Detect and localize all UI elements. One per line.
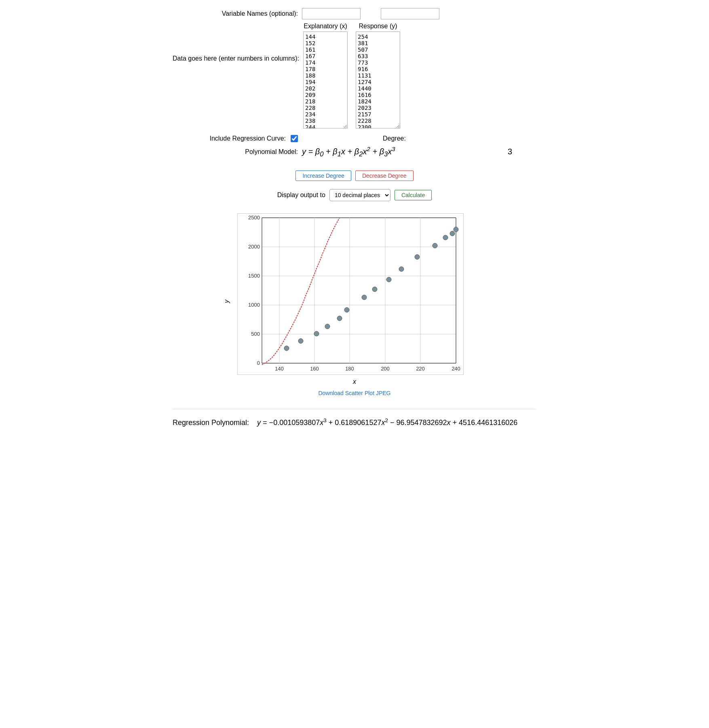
- polynomial-formula: y = β0 + β1x + β2x2 + β3x3: [302, 145, 395, 158]
- svg-text:240: 240: [452, 366, 460, 372]
- display-output-label: Display output to: [277, 191, 325, 199]
- data-point: [372, 287, 377, 292]
- data-point: [443, 235, 448, 240]
- x-axis-label: x: [237, 378, 472, 385]
- increase-degree-button[interactable]: Increase Degree: [295, 170, 351, 181]
- y-axis-label: y: [223, 300, 230, 303]
- svg-text:180: 180: [345, 366, 354, 372]
- data-point: [433, 243, 437, 248]
- chart-wrapper: y 0 500 1000: [237, 213, 472, 385]
- download-row: Download Scatter Plot JPEG: [173, 389, 536, 397]
- scatter-plot: 0 500 1000 1500 2000 2500 140 160 180 20…: [237, 213, 464, 375]
- decimal-places-select[interactable]: 10 decimal places 1 decimal place 2 deci…: [329, 189, 390, 201]
- degree-value: 3: [508, 147, 520, 156]
- data-point: [344, 307, 349, 312]
- data-point: [284, 346, 289, 351]
- regression-prefix: Regression Polynomial:: [173, 419, 249, 427]
- data-point: [450, 231, 455, 236]
- regression-result: Regression Polynomial: y = −0.0010593807…: [173, 409, 536, 435]
- svg-text:140: 140: [275, 366, 284, 372]
- degree-label: Degree:: [383, 135, 406, 142]
- display-output-row: Display output to 10 decimal places 1 de…: [173, 189, 536, 201]
- chart-container: y 0 500 1000: [173, 213, 536, 385]
- response-header: Response (y): [359, 23, 397, 30]
- data-point: [362, 295, 367, 300]
- svg-text:1000: 1000: [248, 302, 260, 308]
- polynomial-model-label: Polynomial Model:: [173, 148, 302, 156]
- explanatory-header: Explanatory (x): [304, 23, 347, 30]
- degree-buttons-row: Increase Degree Decrease Degree: [173, 170, 536, 181]
- response-textarea[interactable]: 254 381 507 633 773 916 1131 1274 1440 1…: [356, 32, 400, 128]
- download-scatter-plot-link[interactable]: Download Scatter Plot JPEG: [319, 390, 391, 396]
- data-point: [415, 255, 420, 259]
- variable-names-label: Variable Names (optional):: [173, 10, 302, 17]
- svg-text:2000: 2000: [248, 244, 260, 250]
- svg-text:500: 500: [251, 331, 260, 337]
- data-point: [454, 227, 458, 232]
- data-point: [386, 277, 391, 282]
- data-point: [298, 339, 303, 343]
- response-column: Response (y) 254 381 507 633 773 916 113…: [356, 23, 400, 128]
- data-entry-label: Data goes here (enter numbers in columns…: [173, 23, 303, 62]
- data-point: [325, 324, 330, 329]
- include-regression-label: Include Regression Curve:: [209, 135, 286, 142]
- data-point: [314, 331, 319, 336]
- svg-text:1500: 1500: [248, 273, 260, 279]
- calculate-button[interactable]: Calculate: [395, 190, 432, 200]
- explanatory-column: Explanatory (x) 144 152 161 167 174 178 …: [303, 23, 348, 128]
- svg-text:2500: 2500: [248, 215, 260, 221]
- data-point: [399, 267, 404, 271]
- svg-text:220: 220: [416, 366, 425, 372]
- decrease-degree-button[interactable]: Decrease Degree: [355, 170, 414, 181]
- x-variable-name-input[interactable]: [302, 8, 361, 19]
- svg-text:160: 160: [310, 366, 319, 372]
- explanatory-textarea[interactable]: 144 152 161 167 174 178 188 194 202 209 …: [303, 32, 348, 128]
- svg-text:0: 0: [257, 360, 260, 366]
- y-variable-name-input[interactable]: [381, 8, 439, 19]
- data-point: [337, 316, 342, 321]
- regression-checkbox[interactable]: [291, 135, 298, 142]
- svg-text:200: 200: [381, 366, 390, 372]
